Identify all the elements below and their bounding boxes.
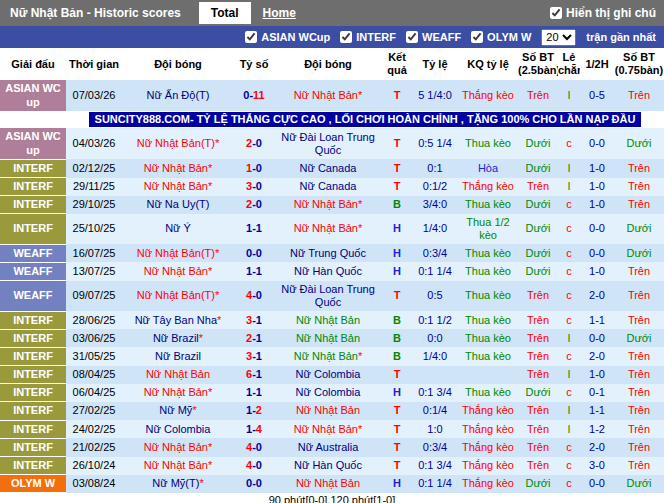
first-half-score: 1-1 bbox=[580, 311, 614, 329]
over-under-0-75: Trên bbox=[614, 311, 664, 329]
match-score: 4-0 bbox=[234, 281, 274, 311]
handicap-odds: 0:1 bbox=[412, 159, 458, 177]
match-date: 29/10/25 bbox=[66, 196, 122, 214]
result-letter: T bbox=[382, 402, 412, 420]
column-header-4: Đội bóng bbox=[274, 48, 382, 80]
filter-asian-wcup[interactable]: ASIAN WCup bbox=[245, 31, 330, 43]
match-row: INTERF24/02/25Nữ Colombia1-4Nữ Nhật Bản*… bbox=[0, 420, 664, 438]
handicap-result: Thua kèo bbox=[458, 262, 518, 280]
handicap-result: Thua kèo bbox=[458, 281, 518, 311]
away-team: Nữ Nhật Bản* bbox=[274, 214, 382, 244]
match-date: 29/11/25 bbox=[66, 178, 122, 196]
handicap-result: Thua kèo bbox=[458, 384, 518, 402]
league-badge: INTERF bbox=[0, 214, 66, 244]
filter-interf[interactable]: INTERF bbox=[340, 31, 396, 43]
league-badge: WEAFF bbox=[0, 281, 66, 311]
handicap-result: Thua kèo bbox=[458, 196, 518, 214]
handicap-odds: 0:3/4 bbox=[412, 438, 458, 456]
match-score: 3-0 bbox=[234, 178, 274, 196]
handicap-odds: 1/4:0 bbox=[412, 347, 458, 365]
match-row: INTERF08/04/25Nữ Nhật Bản6-1Nữ ColombiaT… bbox=[0, 366, 664, 384]
home-team: Nữ Nhật Bản* bbox=[122, 262, 234, 280]
home-team: Nữ Na Uy(T) bbox=[122, 196, 234, 214]
odd-even: l bbox=[558, 402, 580, 420]
over-under-0-75: Dưới bbox=[614, 244, 664, 262]
over-under-0-75: Dưới bbox=[614, 329, 664, 347]
home-team: Nữ Tây Ban Nha* bbox=[122, 311, 234, 329]
column-header-7: KQ tỷ lệ bbox=[458, 48, 518, 80]
league-badge: INTERF bbox=[0, 196, 66, 214]
match-date: 26/10/24 bbox=[66, 457, 122, 475]
over-under-0-75: Trên bbox=[614, 347, 664, 365]
result-letter: T bbox=[382, 420, 412, 438]
match-score: 1-1 bbox=[234, 262, 274, 280]
column-header-2: Đội bóng bbox=[122, 48, 234, 80]
tab-home[interactable]: Home bbox=[251, 2, 308, 24]
first-half-score: 1-0 bbox=[580, 262, 614, 280]
match-row: INTERF29/10/25Nữ Na Uy(T)2-0Nữ Nhật Bản*… bbox=[0, 196, 664, 214]
home-team: Nữ Mỹ(T)* bbox=[122, 475, 234, 493]
match-row: INTERF06/04/25Nữ Nhật Bản*1-1Nữ Colombia… bbox=[0, 384, 664, 402]
league-badge: INTERF bbox=[0, 457, 66, 475]
filter-asian-wcup-checkbox[interactable] bbox=[245, 31, 257, 43]
tab-total[interactable]: Total bbox=[199, 2, 251, 24]
away-team: Nữ Australia bbox=[274, 438, 382, 456]
promo-banner-text[interactable]: SUNCITY888.COM- TỶ LỆ THẮNG CỰC CAO , LỐ… bbox=[89, 112, 642, 127]
handicap-odds: 0:5 1/4 bbox=[412, 128, 458, 159]
handicap-result: Thắng kèo bbox=[458, 475, 518, 493]
filter-weaff[interactable]: WEAFF bbox=[406, 31, 461, 43]
first-half-score: 1-0 bbox=[580, 366, 614, 384]
column-header-10: 1/2H bbox=[580, 48, 614, 80]
away-team: Nữ Nhật Bản* bbox=[274, 347, 382, 365]
filter-olym-w[interactable]: OLYM W bbox=[471, 31, 531, 43]
match-row: INTERF28/06/25Nữ Tây Ban Nha*3-1Nữ Nhật … bbox=[0, 311, 664, 329]
handicap-odds: 0:1/4 bbox=[412, 402, 458, 420]
over-under-0-75: Trên bbox=[614, 196, 664, 214]
home-team: Nữ Nhật Bản* bbox=[122, 384, 234, 402]
show-notes-toggle[interactable]: Hiển thị ghi chú bbox=[550, 6, 656, 20]
league-badge: INTERF bbox=[0, 438, 66, 456]
first-half-score: 0-0 bbox=[580, 329, 614, 347]
match-count-select[interactable]: 20 bbox=[541, 29, 576, 46]
handicap-odds: 0:1 1/2 bbox=[412, 311, 458, 329]
over-under-2-5: Trên bbox=[518, 281, 558, 311]
handicap-odds: 0:1 1/4 bbox=[412, 475, 458, 493]
home-team: Nữ Ấn Độ(T) bbox=[122, 80, 234, 111]
league-badge: INTERF bbox=[0, 178, 66, 196]
home-team: Nữ Nhật Bản* bbox=[122, 178, 234, 196]
first-half-score: 3-0 bbox=[580, 457, 614, 475]
filter-interf-checkbox[interactable] bbox=[340, 31, 352, 43]
filter-weaff-checkbox[interactable] bbox=[406, 31, 418, 43]
match-row: INTERF31/05/25Nữ Brazil3-1Nữ Nhật Bản*B1… bbox=[0, 347, 664, 365]
home-team: Nữ Brazil bbox=[122, 347, 234, 365]
filter-olym-w-checkbox[interactable] bbox=[471, 31, 483, 43]
league-badge: WEAFF bbox=[0, 244, 66, 262]
handicap-odds: 0:1 3/4 bbox=[412, 457, 458, 475]
match-note-row: 90 phút[0-0],120 phút[1-0] bbox=[0, 493, 664, 503]
odd-even: c bbox=[558, 311, 580, 329]
league-badge: INTERF bbox=[0, 311, 66, 329]
over-under-2-5: Trên bbox=[518, 311, 558, 329]
first-half-score: 0-0 bbox=[580, 475, 614, 493]
match-row: INTERF03/06/25Nữ Brazil*2-1Nữ Nhật BảnB0… bbox=[0, 329, 664, 347]
home-team: Nữ Nhật Bản* bbox=[122, 457, 234, 475]
league-badge: INTERF bbox=[0, 366, 66, 384]
column-header-8: Số BT (2.5bàn) bbox=[518, 48, 558, 80]
match-date: 04/03/26 bbox=[66, 128, 122, 159]
match-score: 1-0 bbox=[234, 159, 274, 177]
over-under-0-75: Trên bbox=[614, 438, 664, 456]
match-date: 31/05/25 bbox=[66, 347, 122, 365]
match-date: 06/04/25 bbox=[66, 384, 122, 402]
first-half-score: 1-0 bbox=[580, 159, 614, 177]
match-row: INTERF29/11/25Nữ Nhật Bản*3-0Nữ CanadaT0… bbox=[0, 178, 664, 196]
result-letter: B bbox=[382, 347, 412, 365]
match-row: ASIAN WC up04/03/26Nữ Nhật Bản(T)*2-0Nữ … bbox=[0, 128, 664, 159]
match-row: INTERF02/12/25Nữ Nhật Bản*1-0Nữ CanadaT0… bbox=[0, 159, 664, 177]
handicap-result: Thua kèo bbox=[458, 128, 518, 159]
show-notes-checkbox[interactable] bbox=[550, 7, 562, 19]
result-letter: T bbox=[382, 457, 412, 475]
first-half-score: 1-0 bbox=[580, 178, 614, 196]
promo-banner-cell: SUNCITY888.COM- TỶ LỆ THẮNG CỰC CAO , LỐ… bbox=[66, 111, 664, 128]
over-under-0-75: Dưới bbox=[614, 214, 664, 244]
handicap-result: Thua kèo bbox=[458, 329, 518, 347]
